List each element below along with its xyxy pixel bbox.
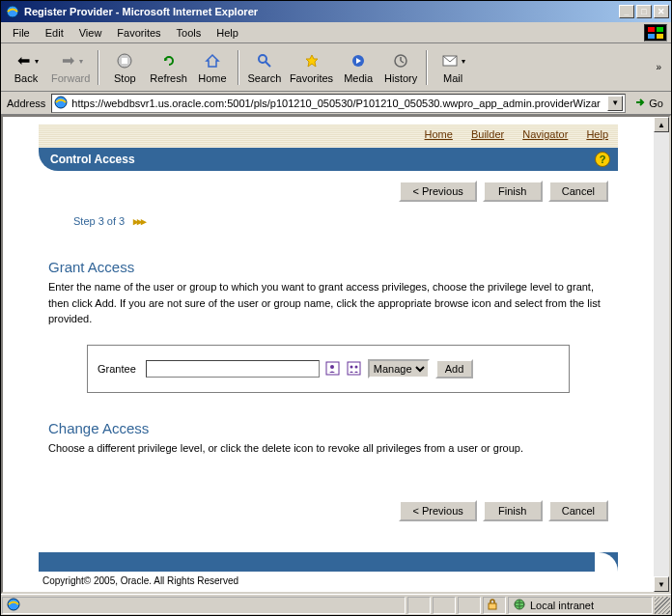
grantee-input[interactable] — [146, 360, 320, 378]
window-title: Register Provider - Microsoft Internet E… — [24, 6, 619, 17]
search-label: Search — [247, 72, 281, 84]
address-input[interactable] — [70, 97, 607, 110]
resize-grip[interactable] — [655, 597, 670, 614]
minimize-button[interactable]: _ — [619, 5, 634, 18]
vertical-scrollbar[interactable]: ▲ ▼ — [654, 117, 669, 592]
menu-edit[interactable]: Edit — [38, 25, 71, 41]
page-header: Control Access ? — [39, 148, 618, 171]
address-dropdown-button[interactable]: ▼ — [607, 96, 623, 111]
top-nav: Home Builder Navigator Help — [409, 128, 608, 140]
step-text: Step 3 of 3 — [73, 215, 125, 227]
menu-file[interactable]: File — [5, 25, 38, 41]
menu-favorites[interactable]: Favorites — [109, 25, 168, 41]
intranet-icon — [513, 598, 526, 613]
toolbar: ⬅▾ Back ➡▾ Forward Stop Refresh Home Sea… — [1, 43, 671, 92]
mail-icon — [440, 51, 460, 70]
maximize-button[interactable]: □ — [636, 5, 652, 18]
menu-tools[interactable]: Tools — [169, 25, 210, 41]
scroll-up-button[interactable]: ▲ — [654, 117, 669, 132]
address-box: ▼ — [51, 94, 626, 113]
page-content: Home Builder Navigator Help Control Acce… — [3, 117, 654, 592]
svg-rect-4 — [657, 34, 663, 39]
step-arrows-icon: ▸▸▸ — [133, 215, 145, 227]
status-panel — [407, 597, 431, 614]
svg-point-18 — [350, 366, 353, 369]
nav-help[interactable]: Help — [586, 128, 608, 140]
favorites-icon — [302, 51, 322, 70]
grant-access-title: Grant Access — [48, 259, 618, 275]
history-label: History — [384, 72, 417, 84]
stop-icon — [115, 51, 134, 70]
status-main — [2, 597, 406, 614]
cancel-button[interactable]: Cancel — [548, 181, 608, 202]
favorites-button[interactable]: Favorites — [286, 49, 337, 86]
separator — [98, 50, 99, 85]
svg-rect-3 — [648, 34, 655, 39]
go-button[interactable]: Go — [630, 94, 667, 113]
back-arrow-icon: ⬅ — [14, 51, 33, 70]
change-access-title: Change Access — [48, 420, 618, 436]
separator — [238, 50, 239, 85]
mail-button[interactable]: ▾ Mail — [432, 49, 474, 86]
back-button[interactable]: ⬅▾ Back — [5, 49, 47, 86]
privilege-select[interactable]: Manage — [368, 359, 430, 378]
media-label: Media — [344, 72, 373, 84]
nav-navigator[interactable]: Navigator — [522, 128, 568, 140]
refresh-icon — [159, 51, 179, 70]
grant-access-text: Enter the name of the user or group to w… — [48, 279, 608, 327]
button-row-top: < Previous Finish Cancel — [39, 171, 618, 206]
svg-point-7 — [259, 55, 266, 63]
copyright: Copyright© 2005, Oracle. All Rights Rese… — [39, 572, 618, 586]
history-button[interactable]: History — [379, 49, 422, 86]
finish-button[interactable]: Finish — [483, 181, 543, 202]
go-icon — [633, 96, 647, 111]
scroll-down-button[interactable]: ▼ — [654, 576, 669, 592]
add-button[interactable]: Add — [435, 359, 474, 378]
addressbar: Address ▼ Go — [1, 92, 671, 115]
refresh-button[interactable]: Refresh — [146, 49, 191, 86]
menu-view[interactable]: View — [71, 25, 110, 41]
finish-button[interactable]: Finish — [483, 500, 543, 521]
scroll-track[interactable] — [654, 132, 669, 576]
close-button[interactable]: ✕ — [654, 5, 669, 18]
media-button[interactable]: Media — [337, 49, 379, 86]
help-icon[interactable]: ? — [595, 152, 610, 167]
step-indicator: Step 3 of 3 ▸▸▸ — [39, 206, 618, 232]
cancel-button[interactable]: Cancel — [548, 500, 608, 521]
nav-builder[interactable]: Builder — [471, 128, 504, 140]
forward-button[interactable]: ➡▾ Forward — [47, 49, 94, 86]
forward-label: Forward — [51, 72, 90, 84]
svg-rect-2 — [657, 27, 663, 32]
refresh-label: Refresh — [150, 72, 187, 84]
nav-home[interactable]: Home — [425, 128, 453, 140]
browse-groups-icon[interactable] — [347, 361, 362, 377]
toolbar-overflow[interactable]: » — [656, 62, 667, 72]
menubar: File Edit View Favorites Tools Help — [1, 22, 671, 43]
search-icon — [255, 51, 274, 70]
stop-button[interactable]: Stop — [103, 49, 146, 86]
browse-users-icon[interactable] — [325, 361, 341, 377]
ie-icon — [5, 4, 20, 19]
titlebar: Register Provider - Microsoft Internet E… — [1, 1, 671, 22]
home-button[interactable]: Home — [191, 49, 234, 86]
status-ssl — [483, 597, 506, 614]
svg-line-12 — [401, 61, 404, 63]
svg-rect-1 — [648, 27, 655, 32]
svg-rect-6 — [122, 58, 127, 64]
previous-button[interactable]: < Previous — [399, 181, 476, 202]
grantee-form: Grantee Manage Add — [87, 345, 570, 393]
previous-button[interactable]: < Previous — [399, 500, 476, 521]
statusbar: Local intranet — [1, 594, 671, 615]
content-area: Home Builder Navigator Help Control Acce… — [1, 115, 671, 594]
button-row-bottom: < Previous Finish Cancel — [39, 490, 618, 525]
change-access-text: Choose a different privilege level, or c… — [48, 440, 608, 457]
home-icon — [203, 51, 222, 70]
separator — [426, 50, 428, 85]
address-label: Address — [5, 98, 47, 109]
svg-point-19 — [355, 366, 358, 369]
search-button[interactable]: Search — [243, 49, 286, 86]
lock-icon — [488, 599, 497, 612]
menu-help[interactable]: Help — [209, 25, 246, 41]
grantee-label: Grantee — [98, 363, 136, 375]
svg-point-16 — [330, 365, 334, 369]
